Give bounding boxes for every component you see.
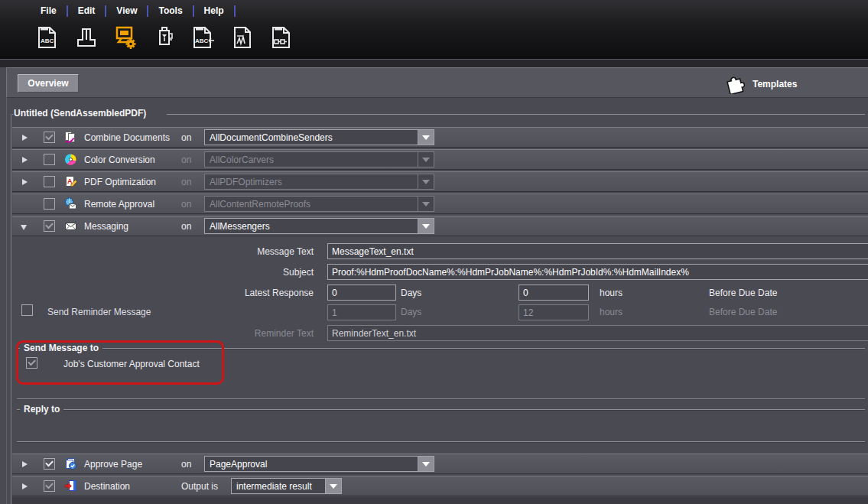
approve-page-dropdown[interactable]: PageApproval — [204, 456, 434, 472]
top-menubar: File Edit View Tools Help ABC ABC — [0, 0, 868, 60]
latest-response-hours-input[interactable] — [519, 285, 589, 301]
reminder-text-label: Reminder Text — [184, 328, 314, 339]
dropdown-value: intermediate result — [232, 479, 325, 493]
remote-approval-checkbox[interactable] — [44, 198, 55, 210]
messaging-icon — [64, 219, 77, 232]
dropdown-value: AllColorCarvers — [205, 152, 418, 167]
svg-text:ABC: ABC — [41, 37, 54, 44]
group-border — [167, 114, 865, 115]
color-conversion-checkbox[interactable] — [44, 154, 55, 165]
toolbar: ABC ABC — [34, 23, 295, 52]
document-abc-import-icon[interactable]: ABC — [190, 23, 217, 52]
dropdown-arrow-icon — [418, 197, 434, 211]
collapse-arrow-icon[interactable] — [21, 225, 27, 230]
subject-input[interactable] — [327, 264, 868, 280]
document-sequence-icon[interactable] — [268, 23, 295, 52]
row-label: PDF Optimization — [84, 177, 156, 187]
view-header-bar: Overview Templates — [6, 67, 868, 98]
row-label: Destination — [84, 481, 130, 492]
menubar: File Edit View Tools Help — [31, 4, 236, 18]
document-signature-icon[interactable] — [229, 23, 256, 52]
dropdown-arrow-icon — [418, 152, 434, 167]
send-message-to-legend: Send Message to — [20, 343, 102, 353]
on-label: on — [181, 221, 191, 232]
job-customer-approval-contact-checkbox[interactable] — [26, 357, 37, 369]
color-conversion-dropdown: AllColorCarvers — [204, 151, 434, 167]
destination-output-dropdown[interactable]: intermediate result — [231, 478, 342, 494]
workflow-row-color-conversion: Color Conversion on AllColorCarvers — [12, 149, 868, 170]
destination-icon — [64, 480, 77, 493]
workflow-row-pdf-optimization: A PDF Optimization on AllPDFOptimizers — [12, 171, 868, 192]
workflow-row-remote-approval: Remote Approval on AllContentRemoteProof… — [12, 193, 868, 214]
pdf-optimization-dropdown: AllPDFOptimizers — [204, 174, 434, 190]
row-label: Messaging — [84, 221, 128, 232]
reminder-text-input — [327, 325, 868, 341]
messaging-checkbox[interactable] — [44, 220, 55, 232]
window-gap — [0, 60, 868, 67]
dropdown-arrow-icon[interactable] — [325, 479, 341, 493]
combine-documents-icon — [64, 131, 77, 144]
combine-documents-dropdown[interactable]: AllDocumentCombineSenders — [204, 129, 434, 145]
printer-press-icon[interactable] — [73, 23, 100, 52]
dropdown-value: AllContentRemoteProofs — [205, 197, 418, 211]
dropdown-value: AllMessengers — [205, 219, 418, 233]
expand-arrow-icon[interactable] — [22, 483, 28, 489]
pdf-optimization-checkbox[interactable] — [44, 176, 55, 187]
color-conversion-icon — [64, 153, 77, 166]
expand-arrow-icon[interactable] — [22, 157, 28, 163]
panel-footer — [12, 497, 868, 504]
dropdown-arrow-icon[interactable] — [418, 219, 434, 233]
approve-page-icon — [64, 457, 77, 470]
menu-item-view[interactable]: View — [106, 4, 147, 18]
expand-arrow-icon[interactable] — [22, 179, 28, 185]
overview-button[interactable]: Overview — [18, 74, 79, 93]
puzzle-icon — [723, 71, 746, 96]
row-label: Color Conversion — [84, 154, 155, 165]
on-label: on — [181, 459, 191, 470]
approve-page-checkbox[interactable] — [44, 458, 55, 470]
menu-item-tools[interactable]: Tools — [148, 4, 192, 18]
menu-item-file[interactable]: File — [31, 4, 67, 18]
dropdown-arrow-icon — [418, 174, 434, 189]
svg-text:ABC: ABC — [195, 37, 209, 44]
output-is-label: Output is — [181, 481, 218, 492]
dropdown-arrow-icon[interactable] — [418, 457, 434, 471]
on-label: on — [181, 199, 191, 210]
before-due-date-label: Before Due Date — [709, 307, 777, 317]
computer-settings-icon[interactable] — [112, 23, 139, 52]
dropdown-value: AllPDFOptimizers — [205, 174, 418, 189]
latest-response-days-input[interactable] — [327, 285, 396, 301]
days-label: Days — [401, 307, 421, 317]
pdf-optimization-icon: A — [64, 175, 77, 188]
menu-item-edit[interactable]: Edit — [68, 4, 106, 18]
reply-to-legend: Reply to — [20, 404, 63, 415]
dropdown-value: AllDocumentCombineSenders — [205, 130, 418, 145]
hours-label: hours — [600, 307, 623, 317]
workflow-row-approve-page: Approve Page on PageApproval — [12, 454, 868, 474]
expand-arrow-icon[interactable] — [22, 135, 28, 141]
document-abc-icon[interactable]: ABC — [34, 23, 61, 52]
panel-edge — [6, 98, 7, 504]
message-text-input[interactable] — [327, 243, 868, 259]
row-label: Remote Approval — [84, 199, 154, 210]
latest-response-label: Latest Response — [184, 288, 314, 298]
send-reminder-checkbox[interactable] — [21, 304, 33, 316]
menu-item-help[interactable]: Help — [194, 4, 234, 18]
templates-button[interactable]: Templates — [723, 71, 797, 96]
destination-checkbox[interactable] — [44, 480, 55, 492]
messaging-dropdown[interactable]: AllMessengers — [204, 218, 434, 234]
days-label: Days — [401, 288, 421, 298]
combine-documents-checkbox[interactable] — [44, 132, 55, 143]
workflow-group-title: Untitled (SendAssembledPDF) — [14, 108, 146, 119]
expand-arrow-icon[interactable] — [22, 461, 28, 467]
dropdown-arrow-icon[interactable] — [418, 130, 434, 145]
on-label: on — [181, 154, 191, 165]
reminder-days-input — [327, 304, 396, 320]
on-label: on — [181, 177, 191, 187]
row-label: Approve Page — [84, 459, 142, 470]
dropdown-value: PageApproval — [205, 457, 418, 471]
workflow-row-combine-documents: Combine Documents on AllDocumentCombineS… — [12, 127, 868, 148]
processor-unit-icon[interactable] — [151, 23, 178, 52]
templates-label: Templates — [753, 79, 797, 89]
remote-approval-dropdown: AllContentRemoteProofs — [204, 196, 434, 212]
